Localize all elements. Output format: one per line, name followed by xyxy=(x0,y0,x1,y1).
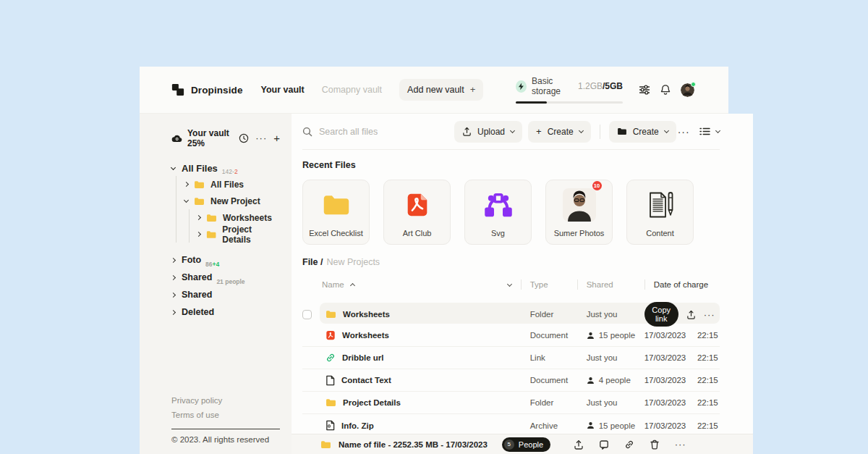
tree-item-label: Worksheets xyxy=(223,213,272,223)
breadcrumb: File / New Projects xyxy=(302,257,720,267)
column-header-type[interactable]: Type xyxy=(521,279,577,290)
sidebar-item-shared-2[interactable]: Shared xyxy=(171,286,280,303)
search-input[interactable] xyxy=(319,127,435,137)
file-shared: Just you xyxy=(577,398,644,407)
table-row[interactable]: Worksheets Document 15 people 17/03/2023… xyxy=(302,324,720,347)
file-type: Document xyxy=(521,376,577,384)
storage-total: /5GB xyxy=(603,81,623,91)
folder-icon xyxy=(326,398,336,407)
delete-button[interactable] xyxy=(650,440,660,450)
chevron-down-icon xyxy=(510,128,515,133)
tab-your-vault[interactable]: Your vault xyxy=(261,85,305,95)
file-name: Worksheets xyxy=(342,331,389,340)
table-row[interactable]: Contact Text Document 4 people 17/03/202… xyxy=(302,369,720,392)
link-button[interactable] xyxy=(624,440,634,450)
folder-tree: All Files 142-2 All Files New Project xyxy=(171,160,280,243)
sidebar-add-button[interactable]: + xyxy=(273,135,280,142)
create-button[interactable]: + Create xyxy=(528,121,591,143)
copy-link-button[interactable]: Copy link xyxy=(644,302,678,327)
column-header-shared[interactable]: Shared xyxy=(577,279,644,290)
chevron-right-icon xyxy=(171,292,176,297)
recent-card-svg[interactable]: Svg xyxy=(464,180,532,245)
file-type: Document xyxy=(521,331,577,340)
table-row[interactable]: Dribble url Link Just you 17/03/202322:1… xyxy=(302,347,720,369)
tree-item-project-details[interactable]: Project Details xyxy=(197,226,280,243)
file-shared: Just you xyxy=(577,310,644,319)
online-status-dot xyxy=(691,82,696,87)
storage-plan-block[interactable]: Basic storage 1.2GB/5GB xyxy=(516,76,623,104)
vault-usage-label: Your vault 25% xyxy=(187,128,239,148)
folder-icon xyxy=(194,197,205,206)
table-row[interactable]: Project Details Folder Just you 17/03/20… xyxy=(302,392,720,414)
file-date: 17/03/2023 xyxy=(644,398,686,407)
row-more-button[interactable]: ··· xyxy=(704,309,715,320)
recent-card-excel-checklist[interactable]: Excel Checklist xyxy=(302,180,370,245)
recent-card-content[interactable]: Content xyxy=(626,180,694,245)
tree-item-all-files[interactable]: All Files xyxy=(184,176,280,193)
file-name: Info. Zip xyxy=(341,421,374,430)
top-header: Dropinside Your vault Comapny vault Add … xyxy=(140,67,728,114)
create-folder-button[interactable]: Create xyxy=(609,121,676,143)
toolbar-more-button[interactable]: ··· xyxy=(678,126,690,138)
sidebar-more-button[interactable]: ··· xyxy=(255,135,267,141)
table-row[interactable]: Worksheets Folder Just you Copy link ··· xyxy=(302,302,720,324)
recent-files-section: Recent Files Excel Checklist xyxy=(302,160,720,245)
file-type: Folder xyxy=(521,398,577,407)
sidebar-item-deleted[interactable]: Deleted xyxy=(171,303,280,321)
filter-sliders-button[interactable] xyxy=(639,84,650,96)
column-header-date[interactable]: Date of charge xyxy=(644,279,720,290)
sidebar-item-shared[interactable]: Shared 21 people xyxy=(171,269,280,286)
share-button[interactable] xyxy=(686,310,696,319)
folder-icon xyxy=(320,440,331,449)
file-time: 22:15 xyxy=(697,353,718,362)
sidebar-item-foto[interactable]: Foto 86+4 xyxy=(171,251,280,269)
comment-button[interactable] xyxy=(599,440,609,450)
more-button[interactable]: ··· xyxy=(675,439,686,450)
recent-card-sumer-photos[interactable]: 10 Sumer Photos xyxy=(545,180,613,245)
file-name: Worksheets xyxy=(343,310,390,319)
folder-icon xyxy=(206,230,216,239)
notification-badge: 10 xyxy=(592,181,602,190)
app-body: Your vault 25% ··· + All Files 142-2 xyxy=(140,114,728,454)
person-icon xyxy=(587,421,595,429)
breadcrumb-root[interactable]: File / xyxy=(302,257,323,267)
storage-progress-fill xyxy=(516,101,547,104)
vault-summary-row[interactable]: Your vault 25% ··· + xyxy=(171,128,280,148)
recent-card-art-club[interactable]: Art Club xyxy=(383,180,451,245)
row-checkbox[interactable] xyxy=(302,310,312,319)
sort-ascending-icon[interactable] xyxy=(350,283,355,288)
file-time: 22:15 xyxy=(697,376,718,384)
sidebar-item-label: Foto xyxy=(182,255,201,265)
tab-company-vault[interactable]: Comapny vault xyxy=(322,85,382,95)
file-time: 22:15 xyxy=(697,398,718,407)
share-button[interactable] xyxy=(574,440,584,450)
people-label: People xyxy=(519,440,543,449)
recent-files-title: Recent Files xyxy=(302,160,720,170)
notifications-bell-button[interactable] xyxy=(660,84,671,96)
terms-of-use-link[interactable]: Terms of use xyxy=(171,408,280,422)
history-clock-button[interactable] xyxy=(239,133,249,143)
tree-item-label: Project Details xyxy=(222,224,280,245)
selected-file-bar: Name of file - 2252.35 MB - 17/03/2023 5… xyxy=(292,434,753,454)
link-icon xyxy=(624,440,634,450)
upload-button[interactable]: Upload xyxy=(454,121,522,143)
tree-item-all-files-root[interactable]: All Files 142-2 xyxy=(171,160,280,176)
column-collapse-chevron[interactable] xyxy=(508,284,521,286)
card-label: Excel Checklist xyxy=(309,229,363,237)
people-button[interactable]: 5 People xyxy=(502,437,550,452)
brand[interactable]: Dropinside xyxy=(171,83,243,96)
column-header-name[interactable]: Name xyxy=(322,280,344,289)
search-box[interactable] xyxy=(302,127,454,137)
file-date: 17/03/2023 xyxy=(644,331,686,340)
privacy-policy-link[interactable]: Privacy policy xyxy=(171,393,280,408)
card-label: Svg xyxy=(491,229,505,237)
tree-item-new-project[interactable]: New Project xyxy=(184,193,280,209)
file-type: Link xyxy=(521,353,577,362)
folder-icon xyxy=(206,214,217,222)
storage-used: 1.2GB xyxy=(578,81,603,91)
user-avatar[interactable] xyxy=(681,83,694,97)
view-mode-button[interactable] xyxy=(699,127,720,136)
file-date: 17/03/2023 xyxy=(644,376,686,384)
file-shared: 15 people xyxy=(599,331,636,340)
add-new-vault-button[interactable]: Add new vault + xyxy=(399,79,483,101)
